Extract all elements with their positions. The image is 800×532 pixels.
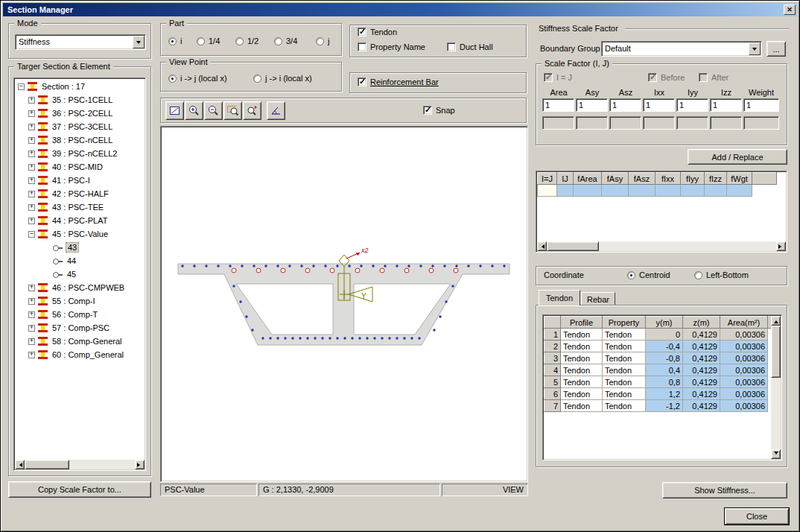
part-radio-threequarter[interactable]: 3/4 — [274, 37, 297, 45]
property-cell[interactable]: Tendon — [603, 376, 646, 388]
scrollbar-thumb[interactable] — [25, 460, 69, 469]
scrollbar-thumb[interactable] — [547, 241, 599, 251]
factor-input-weight[interactable] — [743, 98, 779, 112]
scroll-right-icon[interactable] — [776, 241, 786, 251]
property-cell[interactable]: Tendon — [603, 329, 646, 341]
tree-item[interactable]: 42 : PSC-HALF — [16, 187, 144, 200]
expand-icon[interactable] — [28, 311, 35, 318]
radio-icon[interactable] — [168, 75, 177, 83]
grid-cell[interactable] — [629, 185, 655, 197]
tree-item[interactable]: 38 : PSC-nCELL — [16, 133, 144, 147]
radio-icon[interactable] — [274, 37, 282, 45]
radio-icon[interactable] — [694, 271, 702, 279]
before-checkbox[interactable]: Before — [648, 73, 685, 82]
tree-item-expanded[interactable]: 45 : PSC-Value — [16, 227, 144, 241]
expand-icon[interactable] — [28, 151, 35, 157]
section-canvas[interactable]: Y x2 — [160, 126, 528, 482]
scroll-left-icon[interactable] — [15, 460, 25, 469]
close-icon[interactable] — [784, 4, 796, 15]
property-cell[interactable]: Tendon — [603, 388, 646, 400]
expand-icon[interactable] — [28, 325, 35, 332]
tree-item[interactable]: 41 : PSC-I — [16, 174, 144, 187]
tree-item[interactable]: 36 : PSC-2CELL — [16, 107, 144, 120]
grid-cell[interactable] — [574, 185, 602, 197]
property-cell[interactable]: Tendon — [603, 400, 646, 412]
tree-item[interactable]: 39 : PSC-nCELL2 — [16, 147, 144, 160]
tree-item[interactable]: 37 : PSC-3CELL — [16, 120, 144, 133]
y-cell[interactable]: 0,4 — [646, 364, 683, 376]
property-cell[interactable]: Tendon — [603, 341, 646, 352]
expand-icon[interactable] — [28, 191, 35, 197]
zoom-dynamic-button[interactable] — [243, 101, 261, 120]
collapse-icon[interactable] — [18, 83, 25, 90]
expand-icon[interactable] — [28, 285, 35, 291]
show-stiffness-button[interactable]: Show Stiffness... — [662, 482, 787, 498]
profile-cell[interactable]: Tendon — [561, 364, 603, 376]
tree-child-item[interactable]: 45 — [16, 267, 144, 281]
radio-icon[interactable] — [253, 75, 261, 83]
checkbox-icon[interactable] — [358, 28, 366, 37]
reinforcement-bar-checkbox[interactable]: Reinforcement Bar — [358, 77, 439, 86]
tree-child-item[interactable]: 43 — [16, 241, 144, 254]
tree-item[interactable]: 56 : Comp-T — [16, 308, 144, 321]
tab-rebar[interactable]: Rebar — [581, 292, 615, 305]
tree-item[interactable]: 44 : PSC-PLAT — [16, 214, 144, 227]
expand-icon[interactable] — [28, 177, 35, 184]
profile-cell[interactable]: Tendon — [561, 352, 603, 364]
y-cell[interactable]: -1,2 — [646, 400, 683, 412]
factor-input-iyy[interactable] — [676, 98, 708, 112]
grid-cell[interactable] — [655, 185, 681, 197]
checkbox-icon[interactable] — [648, 73, 657, 82]
collapse-icon[interactable] — [28, 231, 35, 238]
table-row[interactable]: 7 Tendon Tendon -1,2 0,4129 0,00306 — [545, 400, 772, 412]
tree-item[interactable]: 43 : PSC-TEE — [16, 200, 144, 214]
profile-cell[interactable]: Tendon — [561, 329, 603, 341]
tree-item[interactable]: 57 : Comp-PSC — [16, 321, 144, 335]
part-radio-i[interactable]: i — [168, 37, 182, 45]
copy-scale-factor-button[interactable]: Copy Scale Factor to... — [8, 481, 151, 498]
tendon-checkbox[interactable]: Tendon — [358, 28, 397, 37]
expand-icon[interactable] — [28, 338, 35, 345]
table-row[interactable]: 6 Tendon Tendon 1,2 0,4129 0,00306 — [545, 388, 772, 400]
mode-dropdown[interactable]: Stiffness — [15, 34, 146, 50]
table-row[interactable]: 3 Tendon Tendon -0,8 0,4129 0,00306 — [545, 352, 772, 364]
chevron-down-icon[interactable] — [749, 42, 761, 55]
factor-input-ixx[interactable] — [643, 98, 675, 112]
checkbox-icon[interactable] — [423, 106, 432, 115]
tree-horizontal-scrollbar[interactable] — [15, 460, 145, 469]
tree-item-root[interactable]: Section : 17 — [16, 80, 144, 93]
scroll-down-icon[interactable] — [771, 449, 781, 459]
y-cell[interactable]: -0,4 — [646, 341, 683, 352]
checkbox-icon[interactable] — [447, 42, 456, 51]
tree-item[interactable]: 60 : Comp_General — [16, 348, 144, 361]
chevron-down-icon[interactable] — [133, 36, 145, 48]
table-row[interactable]: 4 Tendon Tendon 0,4 0,4129 0,00306 — [545, 364, 772, 376]
area-cell[interactable]: 0,00306 — [720, 352, 768, 364]
expand-icon[interactable] — [28, 204, 35, 211]
zoom-in-button[interactable] — [185, 101, 203, 120]
table-row[interactable]: 2 Tendon Tendon -0,4 0,4129 0,00306 — [545, 341, 772, 352]
tendon-table-box[interactable]: Profile Property y(m) z(m) Area(m²) 1 Te… — [542, 314, 782, 460]
z-cell[interactable]: 0,4129 — [683, 364, 720, 376]
area-cell[interactable]: 0,00306 — [720, 364, 768, 376]
tree-child-item[interactable]: 44 — [16, 254, 144, 267]
grid-horizontal-scrollbar[interactable] — [537, 241, 786, 251]
radio-icon[interactable] — [197, 37, 205, 45]
area-cell[interactable]: 0,00306 — [720, 376, 768, 388]
expand-icon[interactable] — [28, 97, 35, 104]
factor-grid[interactable]: I=J IJ fArea fAsy fAsz fIxx fIyy fIzz fW… — [536, 171, 787, 253]
z-cell[interactable]: 0,4129 — [683, 329, 720, 341]
tree-item[interactable]: 40 : PSC-MID — [16, 160, 144, 174]
grid-cell[interactable] — [727, 185, 752, 197]
factor-input-asy[interactable] — [576, 98, 608, 112]
zoom-window-button[interactable] — [223, 101, 242, 120]
zoom-fit-button[interactable] — [165, 101, 184, 120]
factor-input-asz[interactable] — [609, 98, 641, 112]
area-cell[interactable]: 0,00306 — [720, 388, 768, 400]
close-button[interactable]: Close — [725, 508, 789, 525]
grid-empty-row[interactable] — [538, 185, 777, 197]
angle-button[interactable] — [267, 101, 285, 120]
profile-cell[interactable]: Tendon — [561, 400, 603, 412]
radio-icon[interactable] — [235, 37, 244, 45]
radio-icon[interactable] — [627, 271, 635, 279]
